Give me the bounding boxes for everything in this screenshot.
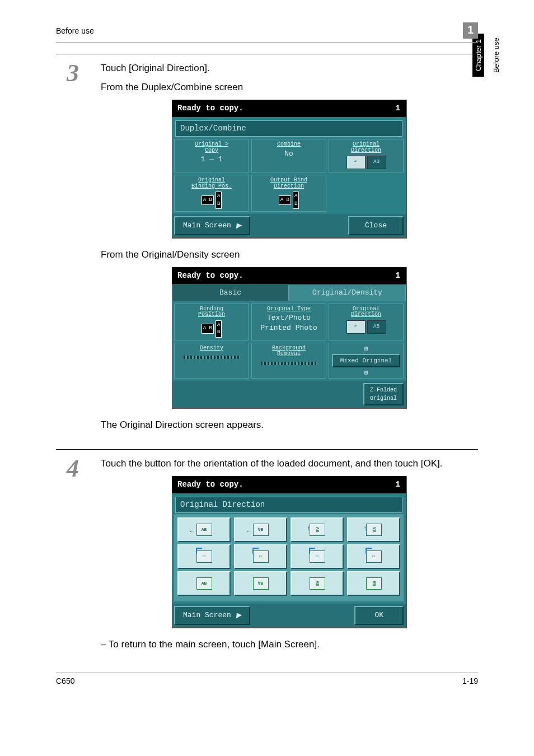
density-slider-icon [184, 356, 239, 359]
screen1-title: Duplex/Combine [175, 120, 402, 137]
orient-btn-9[interactable]: AB [177, 571, 231, 596]
mixed-zfold-cell: ▤ Mixed Original ▤ [329, 343, 404, 379]
copy-count: 1 [396, 102, 400, 114]
combine-cell[interactable]: Combine No [251, 139, 326, 172]
direction-icons-2: ↶AB [346, 320, 386, 334]
binding-position-cell-2[interactable]: Binding Position A BAB [174, 304, 249, 340]
header-chapter-number: 1 [463, 22, 478, 39]
tab-basic[interactable]: Basic [172, 284, 289, 301]
orient-btn-10[interactable]: ∀B [234, 571, 287, 596]
status-text-3: Ready to copy. [177, 479, 243, 491]
back-arrow-icon [234, 222, 242, 229]
back-arrow-icon-3 [234, 612, 242, 619]
tab-original-density[interactable]: Original/Density [289, 284, 406, 301]
z-folded-button[interactable]: Z-Folded Original [363, 383, 404, 405]
close-button[interactable]: Close [348, 216, 404, 235]
bg-slider-icon [261, 362, 316, 365]
orient-btn-12[interactable]: ∀B [347, 571, 400, 596]
original-direction-screen: Ready to copy. 1 Original Direction AB ∀… [172, 476, 407, 628]
ab-icon-3: A BAB [202, 320, 222, 338]
ab-icon-2: A BAB [279, 192, 299, 209]
original-copy-cell[interactable]: Original > Copy 1 → 1 [174, 139, 249, 172]
screen3-title: Original Direction [175, 497, 402, 513]
between-caption: From the Original/Density screen [101, 248, 478, 262]
step-4: 4 Touch the button for the orientation o… [56, 449, 478, 656]
orient-btn-11[interactable]: AB [291, 571, 344, 596]
page-header: Before use 1 [56, 22, 478, 43]
step4-instruction: Touch the button for the orientation of … [101, 456, 478, 471]
original-direction-cell-2[interactable]: Original Direction ↶AB [329, 304, 404, 340]
orient-btn-1[interactable]: AB [177, 517, 231, 542]
orient-btn-3[interactable]: AB [291, 517, 344, 542]
footer-model: C650 [56, 676, 74, 685]
binding-position-cell[interactable]: Original Binding Pos. A BAB [174, 175, 249, 212]
empty-cell [329, 175, 404, 212]
footer-page: 1-19 [462, 676, 478, 685]
density-cell[interactable]: Density [174, 343, 249, 379]
original-direction-cell[interactable]: Original Direction ↶AB [329, 139, 404, 172]
mixed-original-button[interactable]: Mixed Original [332, 354, 400, 368]
duplex-combine-screen: Ready to copy. 1 Duplex/Combine Original… [172, 100, 407, 239]
original-type-cell[interactable]: Original Type Text/Photo Printed Photo [251, 304, 326, 340]
orient-btn-4[interactable]: ∀B [347, 517, 400, 542]
step3-instruction: Touch [Original Direction]. [101, 61, 478, 76]
ok-button[interactable]: OK [354, 606, 404, 625]
output-bind-cell[interactable]: Output Bind Direction A BAB [251, 175, 326, 212]
ab-icon: A BAB [202, 192, 222, 209]
step-3: 3 Touch [Original Direction]. From the D… [56, 54, 478, 437]
step-number-3: 3 [56, 61, 90, 437]
main-screen-button-3[interactable]: Main Screen [174, 606, 250, 625]
after-screen2-text: The Original Direction screen appears. [101, 418, 478, 432]
step4-note: – To return to the main screen, touch [M… [101, 637, 478, 652]
status-text: Ready to copy. [177, 102, 243, 114]
status-text-2: Ready to copy. [177, 270, 243, 282]
orient-btn-2[interactable]: ∀B [234, 517, 287, 542]
orient-btn-7[interactable]: ▭ [291, 544, 344, 569]
original-density-screen: Ready to copy. 1 Basic Original/Density … [172, 267, 407, 409]
background-removal-cell[interactable]: Background Removal [251, 343, 326, 379]
page-footer: C650 1-19 [56, 673, 478, 685]
direction-icons: ↶AB [346, 156, 386, 169]
copy-count-2: 1 [396, 270, 400, 282]
orient-btn-5[interactable]: ▭ [177, 544, 231, 569]
step3-caption: From the Duplex/Combine screen [101, 80, 478, 95]
copy-count-3: 1 [396, 479, 400, 491]
main-screen-button[interactable]: Main Screen [174, 216, 250, 235]
orient-btn-6[interactable]: ▭ [234, 544, 287, 569]
step-number-4: 4 [56, 456, 90, 656]
orient-btn-8[interactable]: ▭ [347, 544, 400, 569]
header-left: Before use [56, 26, 94, 35]
